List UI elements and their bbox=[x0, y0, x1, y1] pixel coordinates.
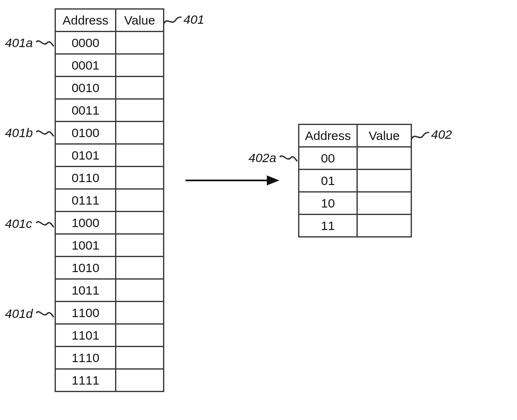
table-row: 00 bbox=[299, 147, 412, 170]
cell-address: 0111 bbox=[55, 189, 116, 212]
table-row: 0001 bbox=[55, 54, 164, 77]
ref-label-401d: 401d bbox=[5, 307, 33, 321]
callout-connector-icon bbox=[36, 218, 54, 230]
cell-value bbox=[116, 122, 164, 144]
table-row: 1110 bbox=[55, 347, 164, 369]
table-row: 0011 bbox=[55, 99, 164, 122]
cell-value bbox=[357, 192, 412, 215]
table-row: 1111 bbox=[55, 369, 164, 392]
cell-value bbox=[357, 215, 412, 237]
cell-address: 01 bbox=[299, 170, 357, 192]
ref-label-401c: 401c bbox=[5, 217, 32, 231]
ref-label-402a: 402a bbox=[248, 151, 276, 165]
cell-value bbox=[357, 170, 412, 192]
cell-value bbox=[116, 302, 164, 324]
ref-label-401a: 401a bbox=[5, 36, 33, 50]
cell-address: 10 bbox=[299, 192, 357, 215]
table-402-header-address: Address bbox=[299, 125, 357, 147]
table-401-header-value: Value bbox=[116, 9, 164, 32]
diagram-stage: Address Value 0000 0001 0010 0011 0100 0… bbox=[0, 0, 517, 420]
cell-address: 1011 bbox=[55, 279, 116, 302]
table-401-header-address: Address bbox=[55, 9, 116, 32]
ref-label-402: 402 bbox=[431, 128, 452, 142]
table-401: Address Value 0000 0001 0010 0011 0100 0… bbox=[55, 8, 164, 392]
cell-value bbox=[116, 347, 164, 369]
callout-connector-icon bbox=[279, 152, 298, 164]
cell-address: 1010 bbox=[55, 257, 116, 279]
cell-value bbox=[116, 32, 164, 54]
table-row: 1100 bbox=[55, 302, 164, 324]
cell-address: 1101 bbox=[55, 324, 116, 347]
cell-address: 1000 bbox=[55, 212, 116, 234]
table-row: 0101 bbox=[55, 144, 164, 167]
cell-address: 1111 bbox=[55, 369, 116, 392]
cell-address: 0101 bbox=[55, 144, 116, 167]
table-row: 1101 bbox=[55, 324, 164, 347]
cell-address: 0100 bbox=[55, 122, 116, 144]
arrow-icon bbox=[186, 174, 279, 187]
table-row: 1000 bbox=[55, 212, 164, 234]
svg-marker-1 bbox=[267, 175, 279, 185]
table-row: 11 bbox=[299, 215, 412, 237]
cell-value bbox=[116, 167, 164, 189]
cell-value bbox=[116, 279, 164, 302]
ref-label-401: 401 bbox=[183, 12, 204, 27]
cell-value bbox=[116, 324, 164, 347]
cell-value bbox=[116, 144, 164, 167]
cell-value bbox=[116, 54, 164, 77]
cell-value bbox=[116, 189, 164, 212]
table-row: 0010 bbox=[55, 77, 164, 99]
table-row: 0000 bbox=[55, 32, 164, 54]
table-402-header-value: Value bbox=[357, 125, 412, 147]
table-row: 1001 bbox=[55, 234, 164, 257]
callout-connector-icon bbox=[411, 129, 429, 142]
cell-address: 1100 bbox=[55, 302, 116, 324]
cell-value bbox=[116, 369, 164, 392]
table-row: 1011 bbox=[55, 279, 164, 302]
cell-address: 0000 bbox=[55, 32, 116, 54]
callout-connector-icon bbox=[36, 308, 54, 320]
cell-address: 0011 bbox=[55, 99, 116, 122]
cell-value bbox=[116, 77, 164, 99]
cell-value bbox=[357, 147, 412, 170]
table-row: 0111 bbox=[55, 189, 164, 212]
cell-address: 0110 bbox=[55, 167, 116, 189]
cell-address: 1001 bbox=[55, 234, 116, 257]
callout-connector-icon bbox=[36, 127, 54, 139]
cell-address: 00 bbox=[299, 147, 357, 170]
table-row: 10 bbox=[299, 192, 412, 215]
cell-address: 0001 bbox=[55, 54, 116, 77]
cell-value bbox=[116, 212, 164, 234]
table-row: 0100 bbox=[55, 122, 164, 144]
table-row: 01 bbox=[299, 170, 412, 192]
callout-connector-icon bbox=[36, 37, 54, 49]
table-402: Address Value 00 01 10 11 bbox=[298, 124, 412, 238]
cell-address: 0010 bbox=[55, 77, 116, 99]
table-row: 1010 bbox=[55, 257, 164, 279]
table-row: 0110 bbox=[55, 167, 164, 189]
cell-address: 1110 bbox=[55, 347, 116, 369]
callout-connector-icon bbox=[163, 14, 182, 26]
cell-value bbox=[116, 99, 164, 122]
cell-address: 11 bbox=[299, 215, 357, 237]
cell-value bbox=[116, 257, 164, 279]
cell-value bbox=[116, 234, 164, 257]
ref-label-401b: 401b bbox=[5, 126, 33, 140]
